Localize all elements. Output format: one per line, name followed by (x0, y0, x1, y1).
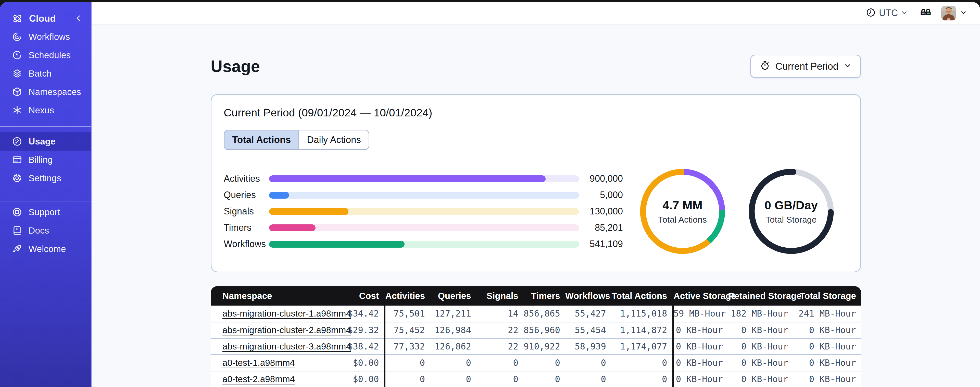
cell-activities: 0 (385, 355, 430, 371)
sidebar-item-settings[interactable]: Settings (0, 169, 91, 187)
bar-value: 900,000 (579, 173, 623, 184)
cell-queries: 126,862 (430, 338, 476, 355)
donut-total-actions: 4.7 MMTotal Actions (637, 166, 728, 257)
cell-retained-storage: 0 KB-Hour (728, 322, 793, 338)
column-header-workflows: Workflows (565, 286, 611, 305)
cell-queries: 0 (430, 371, 476, 387)
cell-workflows: 55,454 (565, 322, 611, 338)
namespace-usage-table: NamespaceCostActivitiesQueriesSignalsTim… (211, 286, 861, 387)
donut-value: 4.7 MM (662, 198, 703, 212)
bar-label: Activities (224, 173, 269, 184)
stopwatch-icon (760, 60, 770, 73)
current-period-card: Current Period (09/01/2024 — 10/01/2024)… (211, 94, 861, 272)
cell-total-storage: 0 KB-Hour (793, 371, 861, 387)
sidebar-item-docs[interactable]: Docs (0, 221, 91, 240)
card-title: Current Period (09/01/2024 — 10/01/2024) (224, 106, 848, 119)
sidebar-item-label: Schedules (29, 50, 71, 60)
sidebar-item-schedules[interactable]: Schedules (0, 46, 91, 64)
avatar[interactable] (941, 6, 956, 21)
column-header-total-actions: Total Actions (611, 286, 673, 305)
main-area: UTC (92, 2, 980, 387)
cell-total-storage: 0 KB-Hour (793, 355, 861, 371)
bar-fill (269, 175, 546, 182)
sidebar-divider (0, 126, 91, 126)
bar-row-workflows: Workflows541,109 (224, 236, 625, 252)
sidebar-item-label: Nexus (29, 105, 54, 115)
column-header-timers: Timers (523, 286, 565, 305)
topbar: UTC (92, 2, 980, 24)
tab-daily-actions[interactable]: Daily Actions (298, 130, 369, 149)
timezone-label: UTC (879, 8, 898, 18)
table-row: abs-migration-cluster-3.a98mm4$38.4277,3… (211, 338, 861, 355)
usage-icon (12, 136, 22, 147)
cell-total-storage: 241 MB-Hour (793, 305, 861, 322)
cell-timers: 856,960 (523, 322, 565, 338)
sidebar-item-nexus[interactable]: Nexus (0, 101, 91, 120)
cell-cost: $0.00 (329, 355, 385, 371)
app-window: Cloud WorkflowsSchedulesBatchNamespacesN… (0, 2, 980, 387)
bar-fill (269, 224, 315, 231)
account-dropdown[interactable] (959, 9, 967, 18)
bar-label: Signals (224, 206, 269, 217)
sidebar-item-label: Welcome (29, 244, 66, 254)
column-header-retained-storage: Retained Storage (728, 286, 793, 305)
period-selector-button[interactable]: Current Period (750, 54, 861, 78)
table-row: a0-test-2.a98mm4$0.000000000 KB-Hour0 KB… (211, 371, 861, 387)
cell-total-actions: 0 (611, 371, 673, 387)
sidebar-group-main: WorkflowsSchedulesBatchNamespacesNexus (0, 27, 91, 120)
sidebar-header[interactable]: Cloud (0, 10, 91, 27)
cell-timers: 856,865 (523, 305, 565, 322)
cell-signals: 22 (476, 322, 523, 338)
bar-fill (269, 208, 348, 215)
cell-activities: 75,452 (385, 322, 430, 338)
donut-label: Total Storage (765, 215, 816, 225)
bar-row-activities: Activities900,000 (224, 171, 625, 187)
cell-active-storage: 0 KB-Hour (673, 322, 728, 338)
cell-active-storage: 0 KB-Hour (673, 371, 728, 387)
bar-value: 85,201 (579, 222, 623, 233)
namespace-link[interactable]: abs-migration-cluster-3.a98mm4 (223, 341, 351, 351)
table-row: a0-test-1.a98mm4$0.000000000 KB-Hour0 KB… (211, 355, 861, 371)
cell-timers: 0 (523, 371, 565, 387)
sidebar-title: Cloud (29, 13, 75, 24)
sidebar-collapse-icon[interactable] (75, 14, 83, 23)
column-header-cost: Cost (329, 286, 385, 305)
sidebar-item-welcome[interactable]: Welcome (0, 240, 91, 258)
cell-workflows: 0 (565, 371, 611, 387)
bar-track (269, 241, 579, 248)
sidebar-item-label: Docs (29, 225, 49, 236)
bar-track (269, 208, 579, 215)
tab-total-actions[interactable]: Total Actions (224, 130, 298, 149)
cell-timers: 0 (523, 355, 565, 371)
namespace-link[interactable]: a0-test-1.a98mm4 (223, 358, 295, 368)
cell-signals: 14 (476, 305, 523, 322)
namespace-link[interactable]: a0-test-2.a98mm4 (223, 374, 295, 384)
donut-label: Total Actions (658, 215, 707, 225)
temporal-cloud-logo (12, 13, 23, 24)
sidebar-item-billing[interactable]: Billing (0, 150, 91, 169)
timezone-dropdown[interactable] (900, 9, 908, 18)
cell-total-actions: 1,115,018 (611, 305, 673, 322)
glasses-icon[interactable] (919, 6, 932, 20)
sidebar-item-batch[interactable]: Batch (0, 64, 91, 83)
column-header-namespace: Namespace (211, 286, 329, 305)
period-selector-label: Current Period (775, 61, 838, 72)
cell-active-storage: 59 MB-Hour (673, 305, 728, 322)
sidebar-group-account: UsageBillingSettings (0, 132, 91, 187)
sidebar-item-support[interactable]: Support (0, 203, 91, 221)
cell-activities: 75,501 (385, 305, 430, 322)
sidebar-item-namespaces[interactable]: Namespaces (0, 83, 91, 101)
namespace-link[interactable]: abs-migration-cluster-2.a98mm4 (223, 325, 351, 335)
cell-active-storage: 0 KB-Hour (673, 338, 728, 355)
cell-cost: $0.00 (329, 371, 385, 387)
cell-workflows: 55,427 (565, 305, 611, 322)
sidebar-item-workflows[interactable]: Workflows (0, 27, 91, 46)
cell-workflows: 58,939 (565, 338, 611, 355)
bar-value: 130,000 (579, 206, 623, 217)
sidebar-item-label: Support (29, 207, 60, 217)
bar-label: Queries (224, 190, 269, 200)
bar-track (269, 192, 579, 198)
namespace-link[interactable]: abs-migration-cluster-1.a98mm4 (223, 309, 351, 318)
sidebar-item-usage[interactable]: Usage (0, 132, 91, 150)
bar-fill (269, 192, 289, 198)
